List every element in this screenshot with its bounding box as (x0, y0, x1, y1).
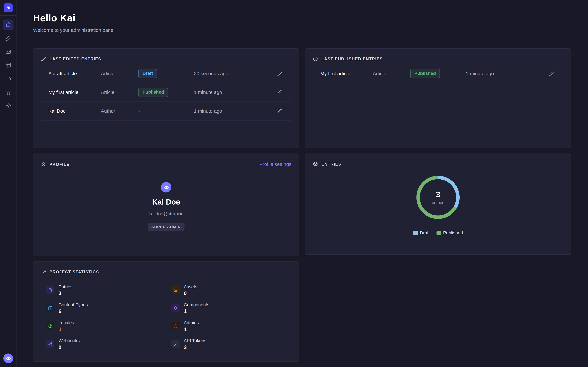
stat-value: 0 (184, 290, 197, 296)
table-row[interactable]: A draft article Article Draft 20 seconds… (41, 64, 291, 83)
card-header: LAST EDITED ENTRIES (41, 56, 291, 61)
entry-name: My first article (48, 90, 101, 95)
locales-stat-icon (46, 322, 54, 330)
api-tokens-stat-icon (171, 340, 180, 348)
sidebar-item-marketplace[interactable] (3, 87, 13, 97)
profile-email: kai.doe@strapi.io (149, 211, 183, 217)
card-title: LAST EDITED ENTRIES (50, 57, 101, 61)
entry-time: 1 minute ago (194, 108, 273, 114)
card-title: PROFILE (50, 162, 69, 167)
legend-item-published: Published (436, 230, 463, 235)
media-library-icon (5, 49, 11, 55)
pencil-icon (277, 90, 282, 95)
cart-icon (5, 89, 11, 95)
assets-stat-icon (171, 286, 180, 294)
stat-label: Admins (184, 320, 199, 325)
stat-entries: Entries 3 (41, 281, 166, 299)
card-header: ENTRIES (313, 161, 563, 167)
stat-label: API Tokens (184, 338, 207, 343)
last-edited-table: A draft article Article Draft 20 seconds… (41, 64, 291, 121)
main-content: Hello Kai Welcome to your administration… (17, 0, 588, 367)
profile-body: KD Kai Doe kai.doe@strapi.io SUPER ADMIN (41, 167, 291, 231)
legend-label: Published (443, 230, 463, 235)
last-published-table: My first article Article Published 1 min… (313, 64, 563, 83)
components-stat-icon (171, 304, 180, 312)
card-header: PROFILE Profile settings (41, 161, 291, 167)
stat-value: 0 (59, 344, 80, 350)
published-swatch (436, 231, 441, 235)
file-icon (48, 288, 52, 292)
edit-entry-button[interactable] (275, 69, 284, 78)
home-icon (5, 22, 11, 28)
card-header: PROJECT STATISTICS (41, 269, 291, 275)
stats-grid: Entries 3 Assets 0 (41, 281, 291, 353)
entry-time: 20 seconds ago (194, 71, 273, 76)
stat-label: Content-Types (59, 302, 88, 307)
donut-center: 3 entries (414, 173, 462, 221)
role-badge: SUPER ADMIN (148, 223, 185, 231)
key-icon (173, 342, 178, 346)
card-title: LAST PUBLISHED ENTRIES (321, 57, 383, 61)
sidebar-item-media-library[interactable] (3, 47, 13, 57)
entry-type: Author (101, 108, 138, 114)
person-icon (41, 162, 46, 167)
strapi-logo[interactable] (4, 3, 13, 12)
page-title: Hello Kai (33, 12, 571, 24)
admin-dashboard: KD Hello Kai Welcome to your administrat… (0, 0, 588, 367)
stat-value: 2 (184, 344, 207, 350)
admins-stat-icon (171, 322, 180, 330)
edit-entry-button[interactable] (275, 88, 284, 97)
table-row[interactable]: Kai Doe Author - 1 minute ago (41, 102, 291, 121)
stat-locales: Locales 1 (41, 317, 166, 335)
last-published-entries-card: LAST PUBLISHED ENTRIES My first article … (305, 48, 571, 148)
entries-unit: entries (432, 200, 444, 205)
globe-icon (48, 324, 52, 328)
sidebar-item-content-type-builder[interactable] (3, 60, 13, 70)
entries-count: 3 (436, 190, 440, 200)
pen-icon (5, 35, 11, 41)
table-row[interactable]: My first article Article Published 1 min… (313, 64, 563, 83)
entry-time: 1 minute ago (194, 90, 273, 95)
sidebar-item-deploy-cloud[interactable] (3, 73, 13, 84)
card-header: LAST PUBLISHED ENTRIES (313, 56, 563, 61)
cloud-icon (5, 76, 11, 82)
gear-icon (5, 103, 11, 109)
pencil-icon (277, 71, 282, 76)
entries-card: ENTRIES 3 entries (305, 153, 571, 255)
image-icon (173, 288, 178, 292)
entry-type: Article (101, 71, 138, 76)
sidebar-item-content-manager[interactable] (3, 33, 13, 43)
table-row[interactable]: My first article Article Published 1 min… (41, 83, 291, 102)
entries-body: 3 entries Draft Published (313, 167, 563, 235)
profile-name: Kai Doe (152, 198, 180, 206)
project-statistics-card: PROJECT STATISTICS Entries 3 (33, 261, 299, 362)
profile-settings-link[interactable]: Profile settings (259, 161, 291, 167)
entry-type: Article (373, 71, 410, 76)
sidebar-nav (3, 19, 13, 111)
profile-avatar: KD (161, 182, 171, 192)
sidebar-item-home[interactable] (3, 19, 13, 30)
logo-area (0, 0, 16, 16)
pencil-icon (277, 109, 282, 114)
legend-label: Draft (420, 230, 430, 235)
status-badge: Published (138, 88, 168, 97)
cube-icon (313, 161, 318, 167)
sidebar-item-settings[interactable] (3, 100, 13, 111)
share-nodes-icon (48, 342, 52, 346)
entries-stat-icon (46, 286, 54, 294)
stat-value: 1 (184, 326, 199, 332)
entry-time: 1 minute ago (466, 71, 545, 76)
user-avatar[interactable]: KD (3, 353, 13, 363)
stat-components: Components 1 (166, 299, 291, 317)
stat-label: Assets (184, 284, 197, 289)
stat-value: 1 (59, 326, 74, 332)
chart-legend: Draft Published (413, 230, 463, 235)
edit-entry-button[interactable] (275, 107, 284, 116)
stat-webhooks: Webhooks 0 (41, 335, 166, 353)
stat-value: 6 (59, 308, 88, 314)
pencil-icon (41, 56, 46, 61)
edit-entry-button[interactable] (547, 69, 556, 78)
stat-api-tokens: API Tokens 2 (166, 335, 291, 353)
check-circle-icon (313, 56, 318, 61)
strapi-logo-icon (5, 5, 11, 10)
